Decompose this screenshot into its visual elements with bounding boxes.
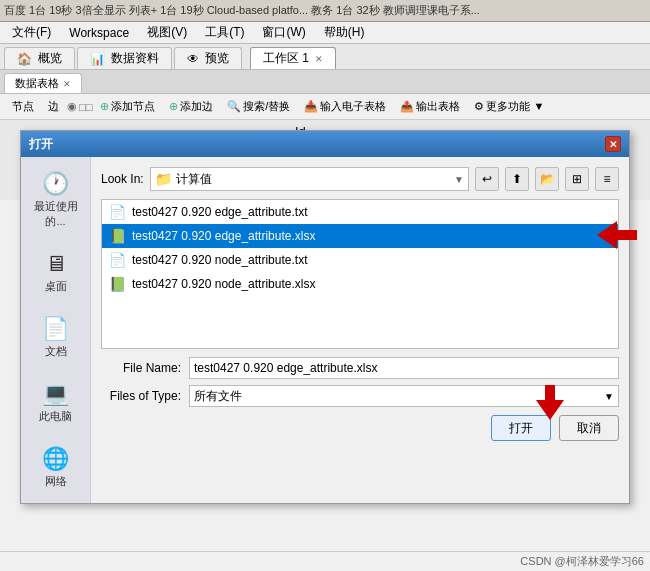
dialog-content: 🕐 最近使用的... 🖥 桌面 📄 文档 💻 此电脑 🌐 网络 bbox=[21, 157, 629, 503]
menu-view[interactable]: 视图(V) bbox=[139, 22, 195, 43]
overview-icon: 🏠 bbox=[17, 52, 32, 66]
separator1: ◉ bbox=[67, 100, 77, 113]
look-in-row: Look In: 📁 计算值 ▼ ↩ ⬆ 📂 ⊞ bbox=[101, 167, 619, 191]
network-icon: 🌐 bbox=[42, 446, 69, 472]
grid-icon: ⊞ bbox=[572, 172, 582, 186]
file-item-0[interactable]: 📄 test0427 0.920 edge_attribute.txt bbox=[102, 200, 618, 224]
menu-help[interactable]: 帮助(H) bbox=[316, 22, 373, 43]
look-in-select[interactable]: 📁 计算值 ▼ bbox=[150, 167, 469, 191]
sidebar-desktop[interactable]: 🖥 桌面 bbox=[26, 247, 86, 298]
svg-marker-2 bbox=[536, 385, 564, 420]
status-text: CSDN @柯泽林爱学习66 bbox=[520, 554, 644, 569]
nav-grid-btn[interactable]: ⊞ bbox=[565, 167, 589, 191]
data-icon: 📊 bbox=[90, 52, 105, 66]
sidebar-network[interactable]: 🌐 网络 bbox=[26, 442, 86, 493]
btn-add-edge[interactable]: ⊕ 添加边 bbox=[163, 98, 219, 115]
dialog-right-panel: Look In: 📁 计算值 ▼ ↩ ⬆ 📂 ⊞ bbox=[91, 157, 629, 503]
cancel-button[interactable]: 取消 bbox=[559, 415, 619, 441]
file-list-container: 📄 test0427 0.920 edge_attribute.txt 📗 te… bbox=[101, 199, 619, 349]
separator2: □□ bbox=[79, 101, 92, 113]
recent-icon: 🕐 bbox=[42, 171, 69, 197]
red-arrow-down bbox=[536, 385, 564, 420]
file-item-2[interactable]: 📄 test0427 0.920 node_attribute.txt bbox=[102, 248, 618, 272]
thispc-icon: 💻 bbox=[42, 381, 69, 407]
sidebar-recent[interactable]: 🕐 最近使用的... bbox=[26, 167, 86, 233]
desktop-icon: 🖥 bbox=[45, 251, 67, 277]
sub-tab-strip: 数据表格 ✕ bbox=[0, 70, 650, 94]
list-icon: ≡ bbox=[603, 172, 610, 186]
import-icon: 📥 bbox=[304, 100, 318, 113]
add-edge-icon: ⊕ bbox=[169, 100, 178, 113]
subtab-close[interactable]: ✕ bbox=[63, 79, 71, 89]
topbar-text: 百度 1台 19秒 3倍全显示 列表+ 1台 19秒 Cloud-based p… bbox=[4, 3, 480, 18]
menu-workspace[interactable]: Workspace bbox=[61, 24, 137, 42]
folder-icon: 📁 bbox=[155, 171, 172, 187]
back-icon: ↩ bbox=[482, 172, 492, 186]
sidebar-thispc[interactable]: 💻 此电脑 bbox=[26, 377, 86, 428]
btn-node[interactable]: 节点 bbox=[6, 98, 40, 115]
file-icon-txt-2: 📄 bbox=[108, 252, 126, 268]
btn-add-node[interactable]: ⊕ 添加节点 bbox=[94, 98, 161, 115]
btn-edge[interactable]: 边 bbox=[42, 98, 65, 115]
workspace-tab-close[interactable]: ✕ bbox=[315, 54, 323, 64]
dialog-titlebar: 打开 ✕ bbox=[21, 131, 629, 157]
newfolder-icon: 📂 bbox=[540, 172, 555, 186]
lookin-chevron: ▼ bbox=[454, 174, 464, 185]
btn-more[interactable]: ⚙ 更多功能 ▼ bbox=[468, 98, 550, 115]
file-item-1[interactable]: 📗 test0427 0.920 edge_attribute.xlsx bbox=[102, 224, 618, 248]
files-of-type-label: Files of Type: bbox=[101, 389, 181, 403]
more-icon: ⚙ bbox=[474, 100, 484, 113]
open-file-dialog: 打开 ✕ 🕐 最近使用的... 🖥 桌面 📄 文档 💻 此电脑 bbox=[20, 130, 630, 504]
up-icon: ⬆ bbox=[512, 172, 522, 186]
nav-new-btn[interactable]: 📂 bbox=[535, 167, 559, 191]
look-in-label: Look In: bbox=[101, 172, 144, 186]
tab-preview[interactable]: 👁 预览 bbox=[174, 47, 242, 69]
dialog-title: 打开 bbox=[29, 136, 53, 153]
node-toolbar: 节点 边 ◉ □□ ⊕ 添加节点 ⊕ 添加边 🔍 搜索/替换 📥 输入电子表格 … bbox=[0, 94, 650, 120]
red-arrow-left bbox=[597, 221, 637, 249]
file-icon-txt-0: 📄 bbox=[108, 204, 126, 220]
export-icon: 📤 bbox=[400, 100, 414, 113]
search-icon: 🔍 bbox=[227, 100, 241, 113]
file-name-label: File Name: bbox=[101, 361, 181, 375]
status-bar: CSDN @柯泽林爱学习66 bbox=[0, 551, 650, 571]
tab-overview[interactable]: 🏠 概览 bbox=[4, 47, 75, 69]
dialog-close-button[interactable]: ✕ bbox=[605, 136, 621, 152]
subtab-datatable[interactable]: 数据表格 ✕ bbox=[4, 73, 82, 93]
file-icon-xlsx-3: 📗 bbox=[108, 276, 126, 292]
file-name-row: File Name: bbox=[101, 357, 619, 379]
btn-search-replace[interactable]: 🔍 搜索/替换 bbox=[221, 98, 296, 115]
nav-back-btn[interactable]: ↩ bbox=[475, 167, 499, 191]
file-list[interactable]: 📄 test0427 0.920 edge_attribute.txt 📗 te… bbox=[101, 199, 619, 349]
menu-tools[interactable]: 工具(T) bbox=[197, 22, 252, 43]
nav-list-btn[interactable]: ≡ bbox=[595, 167, 619, 191]
file-item-3[interactable]: 📗 test0427 0.920 node_attribute.xlsx bbox=[102, 272, 618, 296]
dialog-sidebar: 🕐 最近使用的... 🖥 桌面 📄 文档 💻 此电脑 🌐 网络 bbox=[21, 157, 91, 503]
main-tab-bar: 🏠 概览 📊 数据资料 👁 预览 工作区 1 ✕ bbox=[0, 44, 650, 70]
documents-icon: 📄 bbox=[42, 316, 69, 342]
tab-workspace[interactable]: 工作区 1 ✕ bbox=[250, 47, 336, 69]
add-node-icon: ⊕ bbox=[100, 100, 109, 113]
file-icon-xlsx-1: 📗 bbox=[108, 228, 126, 244]
btn-import[interactable]: 📥 输入电子表格 bbox=[298, 98, 392, 115]
file-name-input[interactable] bbox=[189, 357, 619, 379]
svg-marker-1 bbox=[597, 221, 637, 249]
filetype-chevron: ▼ bbox=[604, 391, 614, 402]
nav-up-btn[interactable]: ⬆ bbox=[505, 167, 529, 191]
tab-data[interactable]: 📊 数据资料 bbox=[77, 47, 172, 69]
menu-file[interactable]: 文件(F) bbox=[4, 22, 59, 43]
dialog-buttons-row: 打开 取消 bbox=[101, 415, 619, 441]
menu-window[interactable]: 窗口(W) bbox=[254, 22, 313, 43]
preview-icon: 👁 bbox=[187, 52, 199, 66]
menu-bar: 文件(F) Workspace 视图(V) 工具(T) 窗口(W) 帮助(H) bbox=[0, 22, 650, 44]
sidebar-documents[interactable]: 📄 文档 bbox=[26, 312, 86, 363]
browser-topbar: 百度 1台 19秒 3倍全显示 列表+ 1台 19秒 Cloud-based p… bbox=[0, 0, 650, 22]
btn-export[interactable]: 📤 输出表格 bbox=[394, 98, 466, 115]
